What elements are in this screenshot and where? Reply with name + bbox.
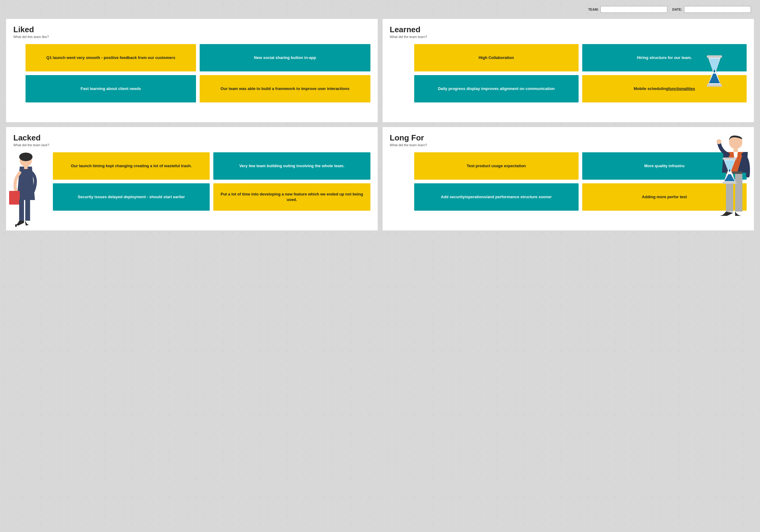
svg-marker-20 (734, 152, 738, 158)
team-label: TEAM: (588, 8, 599, 11)
liked-card-2: New social sharing button in-app (200, 44, 370, 72)
longfor-title: Long For (390, 133, 747, 143)
svg-point-31 (729, 169, 731, 172)
learned-card-3: Daily progress display improves alignmen… (414, 75, 579, 102)
liked-cards: Q1 launch went very smooth - positive fe… (25, 44, 370, 102)
longfor-card-3: Add security/operations/and performance … (414, 183, 579, 211)
date-field-group: DATE: (672, 6, 751, 13)
liked-card-4: Our team was able to build a framework t… (200, 75, 370, 102)
date-input[interactable] (684, 6, 751, 13)
svg-rect-13 (25, 199, 30, 221)
svg-point-24 (717, 139, 721, 144)
quadrants-grid: Liked What did this team like? Q1 launch… (6, 19, 754, 230)
svg-rect-10 (24, 166, 28, 169)
lacked-cards: Our launch timing kept changing creating… (53, 152, 370, 211)
man-hourglass (719, 158, 740, 185)
header-fields: TEAM: DATE: (6, 6, 754, 13)
liked-card-3: Fast learning about client needs (25, 75, 196, 102)
team-input[interactable] (600, 6, 667, 13)
svg-rect-26 (723, 182, 736, 184)
liked-card-1: Q1 launch went very smooth - positive fe… (25, 44, 196, 72)
team-field-group: TEAM: (588, 6, 667, 13)
learned-subtitle: What did the team learn? (390, 35, 747, 39)
svg-rect-12 (19, 199, 24, 221)
functionalities-link[interactable]: functionalities (668, 86, 695, 91)
svg-rect-0 (707, 55, 722, 58)
hourglass-decoration (702, 55, 727, 86)
longfor-cards: Test product usage expectation More qual… (414, 152, 747, 211)
lacked-card-2: Very few team building outing involving … (213, 152, 370, 180)
svg-rect-25 (723, 158, 736, 160)
longfor-quadrant: Long For What did the team learn? Test p… (383, 127, 754, 230)
learned-quadrant: Learned What did the team learn? High Co… (383, 19, 754, 122)
svg-rect-1 (707, 84, 722, 87)
lacked-title: Lacked (13, 133, 370, 143)
lacked-quadrant: Lacked What did the team lack? (6, 127, 378, 230)
woman-figure (9, 151, 43, 230)
svg-rect-14 (15, 224, 17, 227)
liked-quadrant: Liked What did this team like? Q1 launch… (6, 19, 378, 122)
svg-point-6 (714, 70, 715, 73)
svg-rect-16 (734, 148, 738, 152)
lacked-card-4: Put a lot of time into developing a new … (213, 183, 370, 211)
lacked-card-1: Our launch timing kept changing creating… (53, 152, 210, 180)
liked-title: Liked (13, 25, 370, 34)
lacked-card-3: Security issues delayed deployment - sho… (53, 183, 210, 211)
longfor-card-1: Test product usage expectation (414, 152, 579, 180)
learned-cards: High Collaboration Hiring structure for … (414, 44, 747, 102)
svg-point-8 (19, 153, 32, 161)
svg-rect-11 (9, 191, 20, 205)
liked-subtitle: What did this team like? (13, 35, 370, 39)
longfor-subtitle: What did the team learn? (390, 143, 747, 147)
date-label: DATE: (672, 8, 682, 11)
lacked-subtitle: What did the team lack? (13, 143, 370, 147)
learned-card-1: High Collaboration (414, 44, 579, 72)
learned-title: Learned (390, 25, 747, 34)
